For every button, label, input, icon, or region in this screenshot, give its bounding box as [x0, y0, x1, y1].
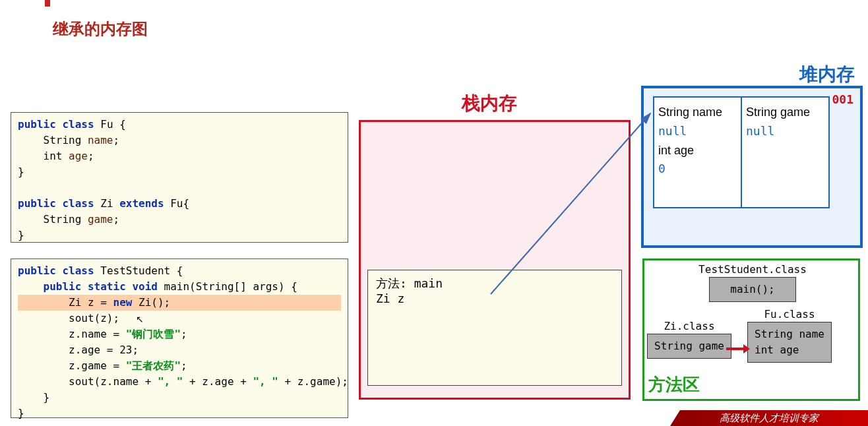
- class-name: Zi.class: [647, 320, 731, 332]
- code: main(String[] args) {: [164, 280, 297, 293]
- class-name: Fu.class: [747, 308, 832, 320]
- code: ;: [181, 328, 187, 340]
- frame-line: 方法: main: [376, 276, 443, 290]
- value: 0: [658, 160, 737, 179]
- heap-col-zi: String game null: [742, 98, 828, 207]
- kw: class: [62, 197, 94, 210]
- teststudent-class-block: TestStudent.class main();: [687, 263, 819, 302]
- kw: extends: [119, 197, 164, 210]
- frame-line: Zi z: [376, 291, 404, 305]
- code: String: [18, 213, 88, 226]
- kw: new: [113, 296, 133, 309]
- code: TestStudent {: [100, 264, 183, 277]
- kw: public: [18, 197, 56, 210]
- code: Zi z =: [18, 296, 113, 309]
- code: z.game =: [18, 359, 126, 372]
- code: sout(z);: [18, 312, 119, 324]
- method-area-label: 方法区: [648, 373, 700, 396]
- page-title: 继承的内存图: [53, 18, 148, 40]
- slide-accent: [45, 0, 50, 7]
- heap-memory-box: 001 String name null int age 0 String ga…: [641, 86, 863, 248]
- highlighted-line: Zi z = new Zi();: [18, 295, 341, 311]
- class-body: main();: [709, 277, 796, 302]
- class-body: String name int age: [747, 322, 832, 363]
- kw: public: [18, 118, 56, 131]
- code: Zi: [100, 197, 113, 210]
- class-name: TestStudent.class: [687, 263, 819, 276]
- kw: class: [62, 118, 94, 131]
- code: z.name =: [18, 328, 126, 340]
- cursor-icon: ↖: [136, 314, 144, 324]
- kw: public: [18, 264, 56, 277]
- var: game: [88, 213, 113, 226]
- method-area-box: TestStudent.class main(); Zi.class Strin…: [642, 259, 860, 401]
- str: "钢门吹雪": [126, 328, 181, 340]
- code-block-fu-zi: public class Fu { String name; int age; …: [11, 112, 348, 243]
- footer-banner: 高级软件人才培训专家: [670, 410, 868, 426]
- code: sout(z.name +: [18, 375, 158, 388]
- str: "王者农药": [126, 359, 181, 372]
- code: z.age = 23;: [18, 344, 139, 356]
- heap-col-fu: String name null int age 0: [654, 98, 742, 207]
- fu-class-block: Fu.class String name int age: [747, 308, 832, 363]
- code-block-teststudent: public class TestStudent { public static…: [11, 259, 348, 418]
- stack-memory-label: 栈内存: [462, 91, 517, 116]
- field: int age: [658, 141, 737, 160]
- var: name: [88, 134, 113, 146]
- code: Fu {: [100, 118, 126, 131]
- kw: class: [62, 264, 94, 277]
- heap-memory-label: 堆内存: [799, 62, 855, 87]
- value: null: [658, 122, 737, 141]
- kw: void: [132, 280, 158, 293]
- code: int: [18, 150, 69, 162]
- code: ;: [181, 359, 187, 372]
- extends-arrow-icon: [726, 348, 745, 350]
- stack-frame-main: 方法: main Zi z: [367, 270, 622, 386]
- code: + z.age +: [183, 375, 253, 388]
- str: ", ": [158, 375, 183, 388]
- var: age: [69, 150, 88, 162]
- code: Zi();: [132, 296, 170, 309]
- code: String: [18, 134, 88, 146]
- stack-memory-box: 方法: main Zi z 001: [359, 120, 631, 400]
- code: }: [18, 229, 24, 241]
- kw: static: [88, 280, 126, 293]
- kw: public: [18, 280, 81, 293]
- value: null: [746, 122, 824, 141]
- code: }: [18, 391, 49, 404]
- class-body: String game: [647, 334, 731, 359]
- heap-object-table: String name null int age 0 String game n…: [653, 96, 830, 208]
- code: }: [18, 407, 24, 419]
- field: String game: [746, 103, 824, 122]
- code: + z.game);: [278, 375, 348, 388]
- heap-object-address: 001: [832, 92, 853, 106]
- zi-class-block: Zi.class String game: [647, 320, 731, 359]
- field: String name: [658, 103, 737, 122]
- code: Fu{: [170, 197, 189, 210]
- code: }: [18, 166, 24, 178]
- str: ", ": [253, 375, 278, 388]
